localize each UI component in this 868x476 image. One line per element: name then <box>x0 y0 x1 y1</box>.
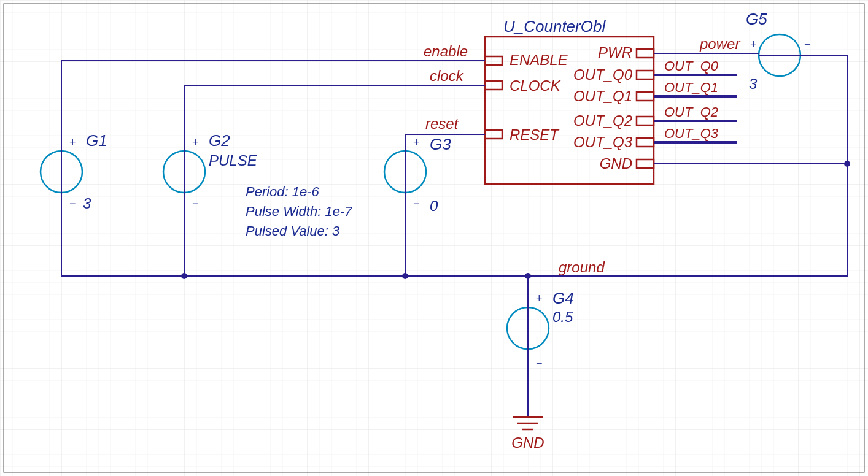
schematic-canvas[interactable]: U_CounterObl ENABLE CLOCK RESET PWR OUT_… <box>0 0 868 476</box>
net-enable-label: enable <box>424 43 468 60</box>
svg-text:+: + <box>69 136 76 148</box>
g5-value: 3 <box>749 75 758 92</box>
gnd-label: GND <box>511 434 544 451</box>
g4-value: 0.5 <box>552 309 573 325</box>
port-outq3-label: OUT_Q3 <box>573 134 633 150</box>
g1-ref: G1 <box>86 131 107 150</box>
svg-text:−: − <box>536 357 543 369</box>
g1-value: 3 <box>83 195 91 212</box>
g3-value: 0 <box>430 198 438 214</box>
svg-text:−: − <box>192 198 199 210</box>
svg-text:+: + <box>413 136 420 148</box>
net-reset-label: reset <box>425 115 459 132</box>
svg-text:+: + <box>536 292 543 304</box>
port-outq2-label: OUT_Q2 <box>573 112 632 129</box>
g2-ref: G2 <box>209 131 230 150</box>
net-ground-label: ground <box>559 259 605 275</box>
svg-text:+: + <box>750 38 757 50</box>
sheet-name: U_CounterObl <box>503 17 606 36</box>
port-enable-label: ENABLE <box>510 52 568 68</box>
port-outq1-label: OUT_Q1 <box>573 88 632 104</box>
port-clock-label: CLOCK <box>510 77 561 94</box>
port-outq0-label: OUT_Q0 <box>573 66 633 83</box>
g2-period: Period: 1e-6 <box>246 184 320 199</box>
net-outq2-label: OUT_Q2 <box>664 104 718 120</box>
junction-1 <box>181 273 187 279</box>
g2-type: PULSE <box>209 152 258 169</box>
svg-text:+: + <box>192 136 199 148</box>
junction-3 <box>525 273 531 279</box>
port-gnd-label: GND <box>600 155 632 172</box>
svg-text:−: − <box>804 38 811 50</box>
net-clock-label: clock <box>430 67 465 84</box>
net-outq3-label: OUT_Q3 <box>664 126 719 141</box>
g2-pv: Pulsed Value: 3 <box>246 223 340 239</box>
svg-text:−: − <box>69 198 76 210</box>
g4-ref: G4 <box>552 289 574 307</box>
port-reset-label: RESET <box>510 126 560 143</box>
svg-text:−: − <box>413 198 420 210</box>
g5-ref: G5 <box>746 10 767 28</box>
g2-pw: Pulse Width: 1e-7 <box>246 204 352 219</box>
junction-2 <box>402 273 408 279</box>
net-outq1-label: OUT_Q1 <box>664 80 718 95</box>
port-pwr-label: PWR <box>598 44 632 61</box>
net-outq0-label: OUT_Q0 <box>664 58 719 74</box>
g3-ref: G3 <box>430 135 451 153</box>
net-power-label: power <box>699 36 740 52</box>
